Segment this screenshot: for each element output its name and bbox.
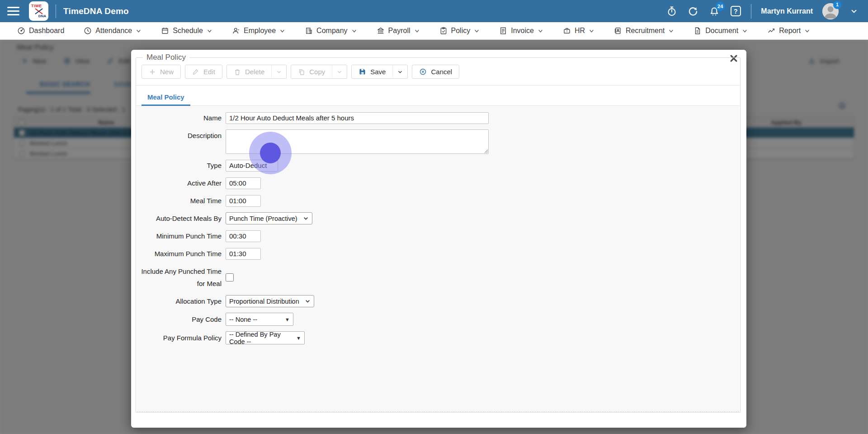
meal-policy-modal: Meal Policy New Edit Delete [131,50,746,428]
nav-item-invoice[interactable]: Invoice [499,27,543,35]
active-after-label: Active After [137,177,226,189]
chevron-down-icon [136,28,142,34]
name-input[interactable] [226,112,489,124]
person-icon [232,27,240,35]
chevron-down-icon [397,69,403,75]
allocation-type-label: Allocation Type [137,295,226,307]
id-card-icon [614,27,622,35]
save-button[interactable]: Save [351,65,393,79]
hamburger-menu-icon[interactable] [0,7,26,15]
header-divider [56,5,56,18]
timer-icon[interactable] [666,5,678,17]
user-menu-chevron-down-icon[interactable] [848,5,860,17]
nav-item-report[interactable]: Report [767,27,810,35]
dna-helix-icon [34,8,43,14]
nav-item-hr[interactable]: HR [563,27,594,35]
chevron-down-icon [279,28,285,34]
nav-item-schedule[interactable]: Schedule [161,27,212,35]
name-label: Name [137,112,226,124]
include-any-punched-time-checkbox[interactable] [226,273,234,281]
chevron-down-icon [538,28,543,34]
logo-text-dna: DNA [38,14,46,18]
bank-icon [377,27,385,35]
maximum-punch-time-input[interactable] [226,248,261,260]
logo-text-time: TIME [31,4,42,8]
form-row-meal-time: Meal Time [137,195,739,207]
nav-item-policy[interactable]: Policy [439,27,480,35]
nav-item-document[interactable]: Document [693,27,748,35]
nav-item-company[interactable]: Company [305,27,357,35]
pencil-icon [192,68,199,76]
nav-item-employee[interactable]: Employee [232,27,285,35]
cancel-button[interactable]: Cancel [412,65,459,79]
minimum-punch-time-input[interactable] [226,230,261,242]
meal-policy-form: Name Description Type Active After Meal … [137,106,739,412]
save-button-group: Save [351,65,408,79]
allocation-type-select[interactable]: Proportional Distribution [226,295,314,307]
meal-time-label: Meal Time [137,195,226,207]
modal-tab-bar: Meal Policy [136,86,740,106]
clipboard-check-icon [439,27,448,35]
chevron-down-icon [742,28,748,34]
form-row-pay-code: Pay Code -- None -- ▼ [137,313,739,326]
copy-button: Copy [291,65,332,79]
edit-button: Edit [185,65,222,79]
maximum-punch-time-label: Maximum Punch Time [137,248,226,260]
form-row-pay-formula: Pay Formula Policy -- Defined By Pay Cod… [137,331,739,344]
chevron-down-icon [276,69,282,75]
description-textarea[interactable] [226,129,489,154]
save-dropdown-caret[interactable] [392,65,408,79]
delete-button: Delete [226,65,272,79]
plus-icon [149,68,156,76]
chevron-down-icon [305,298,311,304]
invoice-icon [499,27,507,35]
pay-formula-policy-label: Pay Formula Policy [137,332,226,344]
type-input[interactable] [226,160,278,172]
chevron-down-icon [589,28,594,34]
nav-item-payroll[interactable]: Payroll [377,27,420,35]
chevron-down-icon [303,215,309,221]
chevron-down-icon [351,28,357,34]
avatar[interactable]: 1 [822,3,839,19]
timedna-logo: TIME DNA [29,1,48,21]
form-row-active-after: Active After [137,177,739,189]
auto-detect-meals-by-select[interactable]: Punch Time (Proactive) [226,212,312,224]
fieldset-legend: Meal Policy [143,53,189,62]
main-nav: Dashboard Attendance Schedule Employee C… [0,22,868,40]
clock-icon [84,27,92,35]
refresh-icon[interactable] [687,5,699,17]
cancel-circle-x-icon [419,68,427,76]
trend-chart-icon [767,27,775,35]
auto-detect-meals-by-label: Auto-Detect Meals By [137,212,226,224]
help-icon[interactable]: ? [730,5,741,17]
tab-meal-policy[interactable]: Meal Policy [142,90,190,106]
dropdown-triangle-icon: ▼ [285,317,290,322]
nav-item-attendance[interactable]: Attendance [84,27,142,35]
form-row-description: Description [137,129,739,154]
trash-icon [234,68,241,76]
save-floppy-icon [359,68,366,76]
briefcase-icon [563,27,571,35]
form-row-name: Name [137,112,739,124]
form-row-allocation: Allocation Type Proportional Distributio… [137,295,739,307]
dropdown-triangle-icon: ▼ [296,335,301,341]
nav-item-recruitment[interactable]: Recruitment [614,27,674,35]
pay-code-select[interactable]: -- None -- ▼ [226,313,293,326]
modal-toolbar: New Edit Delete [136,58,740,84]
include-any-punched-time-label: Include Any Punched Time for Meal [137,265,226,290]
pay-formula-policy-select[interactable]: -- Defined By Pay Code -- ▼ [226,331,305,344]
active-after-input[interactable] [226,177,261,189]
chevron-down-icon [668,28,674,34]
copy-icon [298,68,305,76]
minimum-punch-time-label: Minimum Punch Time [137,230,226,242]
notifications-bell-icon[interactable]: 24 [708,5,720,17]
delete-button-group: Delete [226,65,287,79]
notification-count-badge: 24 [716,2,725,11]
chevron-down-icon [474,28,480,34]
nav-item-dashboard[interactable]: Dashboard [17,27,64,35]
meal-time-input[interactable] [226,195,261,207]
calendar-icon [161,27,169,35]
avatar-badge: 1 [833,1,841,9]
file-text-icon [693,27,702,35]
form-row-max-punch: Maximum Punch Time [137,248,739,260]
